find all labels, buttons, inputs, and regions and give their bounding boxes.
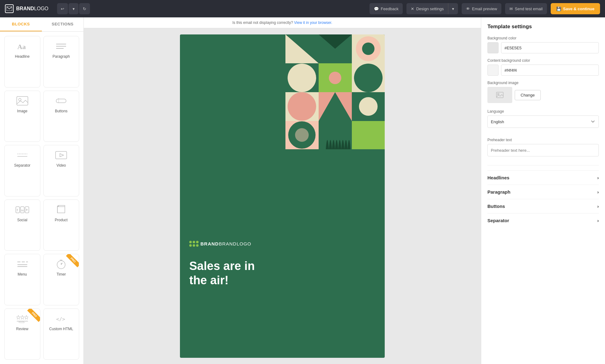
image-icon — [15, 95, 30, 106]
undo-button[interactable]: ↩ — [57, 3, 68, 14]
right-panel: Template settings Background color Conte… — [481, 17, 605, 364]
expandable-headlines[interactable]: Headlines › — [487, 170, 599, 185]
timer-label: Timer — [56, 272, 66, 276]
menu-icon — [15, 258, 30, 270]
image-label: Image — [17, 109, 27, 113]
canvas-scroll: BRANDBRANDLOGO Sales are in the air! — [84, 28, 481, 364]
expandable-buttons-label: Buttons — [487, 204, 505, 209]
preview-icon: 👁 — [466, 7, 470, 11]
bg-color-row — [487, 42, 599, 53]
review-pro-ribbon: PRO — [24, 309, 40, 325]
expandable-headlines-label: Headlines — [487, 175, 509, 180]
paragraph-icon — [54, 41, 69, 52]
email-preview-button[interactable]: 👁 Email preview — [462, 3, 501, 14]
bg-color-swatch[interactable] — [487, 42, 499, 53]
svg-point-49 — [354, 64, 383, 92]
topbar-link[interactable]: View it in your browser. — [294, 20, 332, 25]
social-icon: f in — [15, 204, 30, 215]
svg-rect-11 — [56, 151, 67, 159]
expand-paragraph-icon: › — [597, 189, 599, 195]
email-hero-section: BRANDBRANDLOGO Sales are in the air! — [180, 34, 385, 358]
svg-text:f: f — [17, 209, 18, 212]
block-menu[interactable]: Menu — [4, 254, 40, 305]
brand-dot-1 — [189, 241, 192, 243]
block-paragraph[interactable]: Paragraph — [43, 36, 79, 88]
bg-color-input[interactable] — [501, 42, 599, 53]
svg-text:</>: </> — [56, 316, 65, 322]
block-timer[interactable]: PRO Timer — [43, 254, 79, 305]
custom-html-icon: </> — [54, 313, 69, 324]
block-buttons[interactable]: Buttons — [43, 91, 79, 142]
content-bg-input[interactable] — [501, 65, 599, 76]
brand-dot-5 — [193, 244, 195, 247]
design-settings-dropdown[interactable]: ▾ — [448, 3, 458, 14]
svg-rect-7 — [56, 99, 66, 103]
language-select[interactable]: English French German Spanish — [487, 115, 599, 128]
change-bg-image-button[interactable]: Change — [515, 90, 541, 100]
svg-rect-23 — [17, 264, 27, 265]
design-settings-group: ✕ Design settings ▾ — [406, 3, 458, 14]
email-canvas: BRANDBRANDLOGO Sales are in the air! — [180, 34, 385, 358]
review-pro-badge: PRO — [27, 309, 40, 322]
feedback-label: Feedback — [381, 7, 398, 11]
sidebar-tabs: BLOCKS SECTIONS — [0, 17, 83, 32]
email-hero-right — [285, 34, 385, 358]
block-headline[interactable]: Aa Headline — [4, 36, 40, 88]
svg-rect-24 — [17, 266, 27, 267]
save-label: Save & continue — [563, 7, 594, 11]
video-label: Video — [56, 163, 66, 168]
expandable-paragraph[interactable]: Paragraph › — [487, 185, 599, 199]
brand-dot-4 — [189, 244, 192, 247]
custom-html-label: Custom HTML — [49, 327, 73, 331]
paragraph-label: Paragraph — [52, 54, 70, 59]
block-custom-html[interactable]: </> Custom HTML — [43, 308, 79, 360]
block-separator[interactable]: Separator — [4, 145, 40, 196]
redo-button[interactable]: ↻ — [79, 3, 90, 14]
preheader-input[interactable] — [487, 144, 599, 156]
canvas-area: Is this email not displaying correctly? … — [84, 17, 481, 364]
expandable-separator-label: Separator — [487, 218, 509, 223]
undo-redo-group: ↩ ▾ ↻ — [57, 3, 90, 14]
block-video[interactable]: Video — [43, 145, 79, 196]
svg-point-42 — [362, 43, 374, 55]
svg-point-62 — [498, 93, 499, 95]
main-layout: BLOCKS SECTIONS Aa Headline — [0, 17, 605, 364]
expandable-buttons[interactable]: Buttons › — [487, 199, 599, 213]
save-continue-button[interactable]: 💾 Save & continue — [551, 3, 600, 14]
content-bg-swatch[interactable] — [487, 65, 499, 76]
canvas-topbar: Is this email not displaying correctly? … — [84, 17, 481, 28]
brand-name: BRANDLOGO — [16, 6, 48, 11]
bg-image-label: Background image — [487, 81, 599, 85]
expand-headlines-icon: › — [597, 175, 599, 180]
navbar: BRANDLOGO ↩ ▾ ↻ 💬 Feedback ✕ Design sett… — [0, 0, 605, 17]
email-headline: Sales are in the air! — [189, 259, 276, 287]
svg-rect-60 — [352, 121, 385, 149]
save-icon: 💾 — [556, 7, 561, 11]
tab-blocks[interactable]: BLOCKS — [0, 17, 42, 31]
video-icon — [54, 150, 69, 161]
undo-dropdown-button[interactable]: ▾ — [69, 3, 78, 14]
brand-icon — [5, 4, 14, 13]
svg-point-55 — [359, 97, 378, 116]
panel-title: Template settings — [487, 24, 599, 30]
send-test-button[interactable]: ✉ Send test email — [505, 3, 547, 14]
email-hero-left: BRANDBRANDLOGO Sales are in the air! — [180, 34, 285, 358]
svg-text:Aa: Aa — [17, 43, 26, 51]
brand-dot-6 — [196, 244, 199, 247]
buttons-icon — [54, 95, 69, 106]
design-settings-button[interactable]: ✕ Design settings — [406, 3, 448, 14]
headline-label: Headline — [15, 54, 29, 59]
blocks-grid: Aa Headline Paragraph — [0, 32, 83, 364]
design-settings-icon: ✕ — [411, 7, 414, 11]
expand-separator-icon: › — [597, 218, 599, 223]
tab-sections[interactable]: SECTIONS — [42, 17, 84, 31]
block-social[interactable]: f in Social — [4, 200, 40, 251]
expandable-separator[interactable]: Separator › — [487, 213, 599, 227]
block-product[interactable]: Product — [43, 200, 79, 251]
block-image[interactable]: Image — [4, 91, 40, 142]
sidebar: BLOCKS SECTIONS Aa Headline — [0, 17, 84, 364]
feedback-button[interactable]: 💬 Feedback — [370, 3, 403, 14]
block-review[interactable]: PRO Review — [4, 308, 40, 360]
preview-label: Email preview — [472, 7, 497, 11]
svg-point-58 — [295, 128, 309, 142]
